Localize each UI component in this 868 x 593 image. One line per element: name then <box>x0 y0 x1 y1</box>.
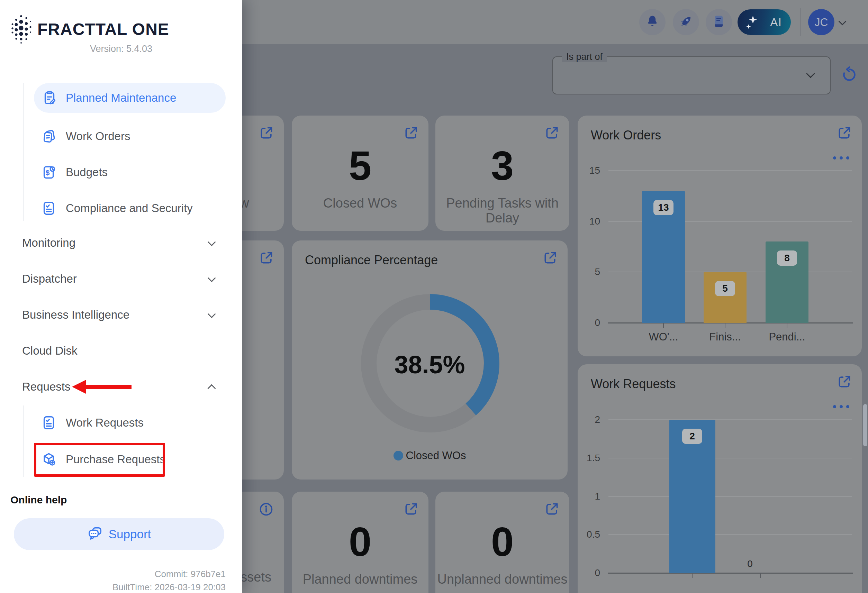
open-external-icon[interactable] <box>259 125 274 140</box>
kpi-label: w <box>239 196 284 211</box>
open-external-icon[interactable] <box>545 501 559 516</box>
select-label: Is part of <box>562 52 607 62</box>
checklist-icon <box>41 415 57 431</box>
compliance-percentage-card: Compliance Percentage 38.5% Closed WOs <box>292 240 568 479</box>
y-axis-tick-label: 0.5 <box>579 528 600 541</box>
annotation-arrow-requests <box>72 380 86 394</box>
scrollbar-thumb[interactable] <box>863 404 867 446</box>
kpi-value: 3 <box>435 145 569 186</box>
sidebar-section-cloud-disk[interactable]: Cloud Disk <box>0 333 242 369</box>
app-root: AI JC Is part of w 5 Closed WOs 3 Pendin… <box>0 0 868 593</box>
user-avatar[interactable]: JC <box>808 9 834 35</box>
sidebar-item-label: Compliance and Security <box>66 202 193 215</box>
sidebar-item-label: Work Orders <box>66 130 130 143</box>
x-axis-tick <box>760 574 761 578</box>
budget-clock-icon: $ <box>41 164 57 180</box>
grid-line <box>608 534 852 535</box>
sidebar-item-work-requests[interactable]: Work Requests <box>0 405 242 441</box>
kpi-value: 5 <box>292 145 428 186</box>
sidebar-section-label: Dispatcher <box>22 272 77 285</box>
chevron-down-icon <box>806 69 815 78</box>
kpi-card-unplanned-downtimes: 0 Unplanned downtimes <box>435 492 569 593</box>
grid-line <box>608 496 852 497</box>
legend-label: Closed WOs <box>406 450 466 462</box>
x-axis-tick <box>787 323 787 328</box>
sidebar-item-label: Work Requests <box>66 416 144 429</box>
y-axis-tick-label: 0 <box>579 567 600 579</box>
kpi-label: Planned downtimes <box>292 572 428 587</box>
chart-options-menu[interactable] <box>832 154 850 161</box>
bar-value-badge: 8 <box>777 251 797 266</box>
rocket-icon <box>678 14 694 31</box>
info-icon[interactable] <box>258 501 274 517</box>
x-axis-category-label: Finis... <box>692 331 758 343</box>
sidebar-section-monitoring[interactable]: Monitoring <box>0 225 242 261</box>
ai-assistant-button[interactable]: AI <box>738 9 791 35</box>
y-axis-tick-label: 1 <box>579 490 600 503</box>
chevron-down-icon <box>208 311 216 319</box>
bar-value-badge: 5 <box>715 281 735 296</box>
clipboard-edit-icon <box>41 90 58 106</box>
brand-name: FRACTTAL ONE <box>37 20 169 39</box>
docs-button[interactable] <box>706 9 732 35</box>
sidebar-item-compliance-and-security[interactable]: Compliance and Security <box>0 190 242 226</box>
open-external-icon[interactable] <box>543 250 558 266</box>
grid-line <box>608 458 852 459</box>
bar-value-badge: 2 <box>682 429 702 444</box>
sidebar-section-dispatcher[interactable]: Dispatcher <box>0 261 242 297</box>
sidebar-item-planned-maintenance[interactable]: Planned Maintenance <box>34 83 226 113</box>
sidebar-section-business-intelligence[interactable]: Business Intelligence <box>0 297 242 333</box>
open-external-icon[interactable] <box>403 125 419 140</box>
grid-line <box>608 170 852 171</box>
legend-dot <box>394 451 403 460</box>
chevron-up-icon <box>208 383 216 391</box>
online-help-label: Online help <box>10 494 67 506</box>
sidebar-item-label: Budgets <box>66 166 108 179</box>
sidebar-item-work-orders[interactable]: Work Orders <box>0 118 242 154</box>
kpi-card-pending-tasks: 3 Pending Tasks with Delay <box>435 115 569 231</box>
refresh-icon <box>840 66 858 84</box>
annotation-box-purchase-requests <box>34 443 165 477</box>
work-orders-chart-card: Work Orders 05101513WO'...5Finis...8Pend… <box>578 115 862 356</box>
sidebar-item-budgets[interactable]: $ Budgets <box>0 154 242 190</box>
book-icon <box>711 14 726 31</box>
chevron-down-icon <box>208 275 216 283</box>
sidebar-section-label: Business Intelligence <box>22 308 130 322</box>
open-external-icon[interactable] <box>545 125 559 140</box>
work-requests-chart-card: Work Requests 00.511.5220 <box>578 364 862 593</box>
x-axis-tick <box>663 323 664 328</box>
refresh-button[interactable] <box>840 66 858 84</box>
account-menu-chevron-icon[interactable] <box>839 18 847 26</box>
chart-options-menu[interactable] <box>832 403 850 410</box>
y-axis-tick-label: 0 <box>579 317 600 329</box>
kpi-value: 0 <box>435 521 569 562</box>
bar <box>704 272 747 323</box>
grid-line <box>608 419 852 420</box>
y-axis-tick-label: 10 <box>579 215 600 228</box>
sidebar-section-label: Requests <box>22 380 70 393</box>
open-external-icon[interactable] <box>837 125 852 140</box>
kpi-value: 0 <box>292 521 428 562</box>
commit-label: Commit: 976b7e1 <box>155 569 226 580</box>
notifications-button[interactable] <box>639 9 666 35</box>
checklist-icon <box>41 200 57 216</box>
bell-icon <box>645 14 660 31</box>
chart-title: Work Orders <box>591 128 661 143</box>
kpi-label: Pending Tasks with Delay <box>435 196 569 226</box>
support-button[interactable]: Support <box>14 518 224 550</box>
y-axis-tick-label: 2 <box>579 413 600 426</box>
chat-bubbles-icon <box>87 525 103 543</box>
brand-logo: FRACTTAL ONE <box>10 13 169 45</box>
is-part-of-select[interactable]: Is part of <box>552 56 831 94</box>
avatar-initials: JC <box>814 16 828 29</box>
open-external-icon[interactable] <box>403 501 419 516</box>
x-axis-tick <box>692 574 692 578</box>
open-external-icon[interactable] <box>837 374 852 389</box>
whats-new-button[interactable] <box>673 9 699 35</box>
open-external-icon[interactable] <box>259 250 274 266</box>
ai-label: AI <box>770 16 782 29</box>
x-axis-category-label: WO'... <box>630 331 696 343</box>
chart-title: Compliance Percentage <box>305 253 438 267</box>
version-label: Version: 5.4.03 <box>0 44 242 54</box>
support-label: Support <box>109 527 151 541</box>
